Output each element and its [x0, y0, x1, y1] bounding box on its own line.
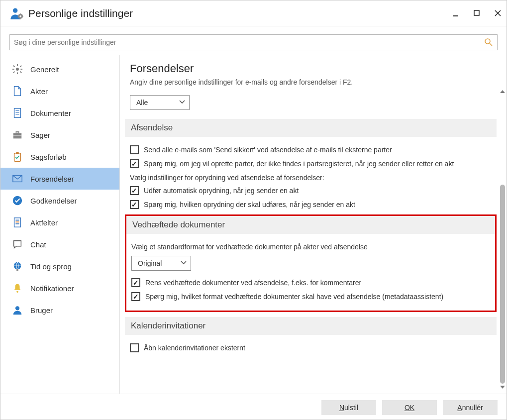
- sidebar-item-generelt[interactable]: Generelt: [0, 58, 119, 80]
- sidebar-item-label: Sagsforløb: [30, 153, 67, 161]
- sidebar-item-sagsforlob[interactable]: Sagsforløb: [0, 146, 119, 168]
- svg-rect-27: [16, 132, 19, 133]
- sidebar-item-chat[interactable]: Chat: [0, 233, 119, 255]
- sidebar-item-label: Aktfelter: [30, 218, 58, 227]
- ok-label: OK: [405, 404, 414, 412]
- svg-point-2: [19, 15, 21, 17]
- sidebar-item-label: Godkendelser: [30, 197, 77, 205]
- section-vedhaeftede-header: Vedhæftede dokumenter: [126, 216, 495, 234]
- svg-rect-21: [20, 65, 22, 67]
- scroll-thumb[interactable]: [500, 185, 505, 384]
- clipboard-check-icon: [11, 151, 23, 163]
- search-input[interactable]: [14, 38, 484, 46]
- sidebar-item-label: Bruger: [30, 306, 53, 315]
- svg-rect-8: [474, 10, 479, 15]
- sidebar-item-bruger[interactable]: Bruger: [0, 299, 119, 321]
- format-intro-label: Vælg et standardformat for vedhæftede do…: [131, 240, 490, 253]
- chat-bubble-icon: [11, 238, 23, 250]
- checkbox-label: Rens vedhæftede dokumenter ved afsendels…: [145, 279, 361, 287]
- envelope-icon: [11, 173, 23, 185]
- checkbox-icon[interactable]: [130, 343, 139, 352]
- sidebar-item-forsendelser[interactable]: Forsendelser: [0, 168, 119, 190]
- svg-rect-14: [17, 64, 18, 66]
- chevron-down-icon: [181, 259, 187, 267]
- sidebar-item-aktfelter[interactable]: Aktfelter: [0, 211, 119, 233]
- checkbox-abn-kalender-eksternt[interactable]: Åbn kalenderinvitationer eksternt: [130, 341, 492, 355]
- checkbox-sporg-oprydning[interactable]: Spørg mig, hvilken oprydning der skal ud…: [130, 198, 492, 211]
- ok-button[interactable]: OK: [382, 400, 437, 415]
- sidebar-item-label: Notifikationer: [30, 284, 74, 293]
- user-icon: [11, 304, 23, 316]
- checkbox-icon[interactable]: [130, 186, 139, 195]
- chevron-down-icon: [179, 99, 185, 106]
- checkbox-icon[interactable]: [131, 292, 140, 301]
- checkbox-auto-oprydning[interactable]: Udfør automatisk oprydning, når jeg send…: [130, 184, 492, 198]
- maximize-button[interactable]: [474, 10, 481, 17]
- format-dropdown[interactable]: Original: [131, 256, 191, 271]
- svg-rect-36: [15, 223, 19, 224]
- svg-rect-35: [15, 221, 19, 222]
- svg-point-39: [16, 291, 18, 293]
- gear-icon: [11, 63, 23, 75]
- form-icon: [11, 216, 23, 228]
- page-subtitle: Angiv dine personlige indstillinger for …: [130, 78, 492, 86]
- section-kalender-header: Kalenderinvitationer: [125, 317, 497, 335]
- search-bar[interactable]: [9, 34, 498, 50]
- sidebar-item-label: Tid og sprog: [30, 262, 72, 271]
- sidebar-item-sager[interactable]: Sager: [0, 124, 119, 146]
- sidebar: Generelt Akter Dokumenter Sager Sagsforl…: [0, 55, 120, 394]
- svg-rect-20: [13, 71, 15, 73]
- svg-rect-18: [13, 65, 15, 67]
- content-area: Forsendelser Angiv dine personlige indst…: [120, 55, 507, 394]
- checkbox-label: Send alle e-mails som 'Send sikkert' ved…: [144, 146, 392, 154]
- sidebar-item-tid-og-sprog[interactable]: Tid og sprog: [0, 255, 119, 277]
- svg-rect-19: [20, 71, 22, 73]
- cancel-button[interactable]: Annullér: [443, 400, 498, 415]
- checkbox-opret-parter[interactable]: Spørg mig, om jeg vil oprette parter, de…: [130, 157, 492, 171]
- dropdown-value: Alle: [136, 99, 148, 106]
- checkbox-sporg-format[interactable]: Spørg mig, hvilket format vedhæftede dok…: [131, 290, 490, 304]
- sidebar-item-akter[interactable]: Akter: [0, 80, 119, 102]
- svg-point-0: [13, 8, 17, 12]
- svg-point-13: [16, 68, 19, 71]
- footer: Nulstil OK Annullér: [0, 394, 507, 420]
- checkbox-icon[interactable]: [130, 200, 139, 209]
- check-circle-icon: [11, 195, 23, 207]
- checkbox-icon[interactable]: [130, 159, 139, 168]
- sidebar-item-godkendelser[interactable]: Godkendelser: [0, 190, 119, 211]
- checkbox-rens-vedhaeftede[interactable]: Rens vedhæftede dokumenter ved afsendels…: [131, 276, 490, 290]
- sidebar-item-label: Akter: [30, 87, 48, 96]
- scrollbar[interactable]: [500, 90, 506, 389]
- page-title: Forsendelser: [130, 62, 492, 75]
- scroll-down-icon[interactable]: [500, 386, 505, 389]
- briefcase-icon: [11, 129, 23, 141]
- svg-rect-7: [453, 15, 458, 16]
- app-user-gear-icon: [9, 6, 23, 20]
- svg-line-12: [490, 43, 492, 46]
- sidebar-item-label: Chat: [30, 240, 46, 249]
- document-lines-icon: [11, 107, 23, 119]
- svg-point-40: [15, 306, 19, 310]
- reset-button[interactable]: Nulstil: [321, 400, 376, 415]
- svg-rect-34: [15, 220, 19, 221]
- svg-rect-30: [16, 152, 19, 154]
- checkbox-send-sikkert[interactable]: Send alle e-mails som 'Send sikkert' ved…: [130, 143, 492, 157]
- filter-dropdown[interactable]: Alle: [130, 95, 190, 110]
- minimize-button[interactable]: [453, 10, 460, 17]
- checkbox-icon[interactable]: [131, 278, 140, 287]
- sidebar-item-label: Forsendelser: [30, 175, 74, 183]
- checkbox-icon[interactable]: [130, 145, 139, 154]
- sidebar-item-notifikationer[interactable]: Notifikationer: [0, 277, 119, 299]
- svg-rect-16: [12, 69, 14, 70]
- scroll-up-icon[interactable]: [500, 90, 505, 93]
- section-vedhaeftede-highlight: Vedhæftede dokumenter Vælg et standardfo…: [125, 214, 497, 312]
- scroll-track[interactable]: [500, 95, 505, 384]
- bell-icon: [11, 282, 23, 294]
- svg-rect-26: [13, 133, 22, 138]
- checkbox-label: Udfør automatisk oprydning, når jeg send…: [144, 187, 299, 195]
- window-title: Personlige indstillinger: [28, 7, 453, 19]
- sidebar-item-label: Generelt: [30, 65, 59, 74]
- sidebar-item-dokumenter[interactable]: Dokumenter: [0, 102, 119, 124]
- close-button[interactable]: [495, 10, 502, 17]
- svg-point-11: [485, 39, 490, 44]
